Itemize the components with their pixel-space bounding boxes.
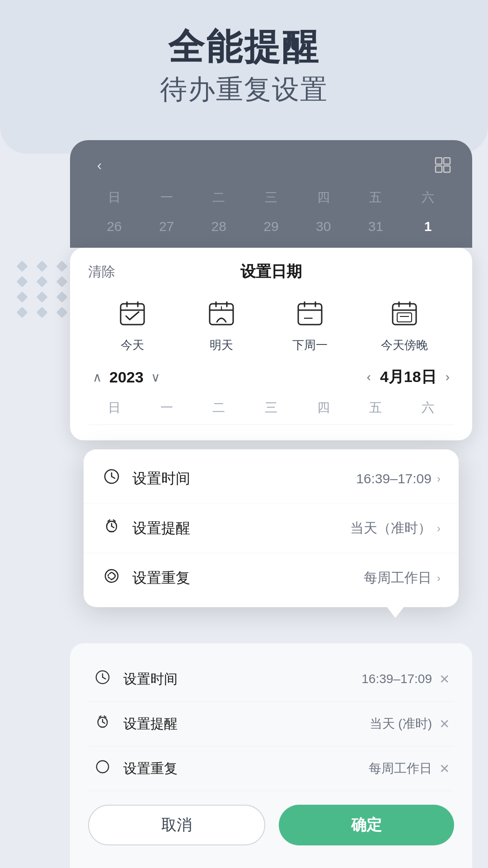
bs-time-value: 16:39–17:09 bbox=[361, 672, 432, 686]
today-label: 今天 bbox=[121, 337, 144, 353]
bs-repeat-label: 设置重复 bbox=[123, 760, 369, 778]
svg-rect-2 bbox=[436, 166, 442, 172]
settings-time-chevron: › bbox=[437, 472, 441, 485]
quick-today[interactable]: 今天 bbox=[114, 296, 150, 353]
svg-line-38 bbox=[103, 722, 105, 723]
month-next-arrow[interactable]: › bbox=[446, 370, 450, 384]
quick-next-monday[interactable]: 一 下周一 bbox=[292, 296, 328, 353]
pw-sun: 日 bbox=[88, 396, 141, 419]
header-section: 全能提醒 待办重复设置 bbox=[0, 27, 488, 108]
quick-tonight[interactable]: 今天傍晚 bbox=[381, 296, 428, 353]
bs-repeat-value: 每周工作日 bbox=[369, 760, 432, 777]
date-29[interactable]: 29 bbox=[245, 214, 297, 239]
calendar-nav-row: ‹ bbox=[88, 154, 454, 176]
svg-line-27 bbox=[113, 520, 115, 521]
pw-mon: 一 bbox=[141, 396, 193, 419]
date-26[interactable]: 26 bbox=[88, 214, 141, 239]
year-down-arrow[interactable]: ∨ bbox=[151, 370, 160, 385]
date-30[interactable]: 30 bbox=[297, 214, 350, 239]
pw-tue: 二 bbox=[192, 396, 245, 419]
bs-reminder-row[interactable]: 设置提醒 当天 (准时) ✕ bbox=[88, 702, 454, 746]
alarm-icon bbox=[102, 518, 122, 538]
pw-wed: 三 bbox=[245, 396, 297, 419]
weekday-tue: 二 bbox=[192, 185, 245, 210]
tonight-label: 今天傍晚 bbox=[381, 337, 428, 353]
bs-time-row[interactable]: 设置时间 16:39–17:09 ✕ bbox=[88, 657, 454, 702]
picker-header: 清除 设置日期 bbox=[88, 261, 454, 282]
calendar-weekdays: 日 一 二 三 四 五 六 bbox=[88, 185, 454, 210]
action-buttons: 取消 确定 bbox=[88, 805, 454, 845]
date-1[interactable]: 1 bbox=[402, 214, 454, 239]
svg-rect-3 bbox=[444, 166, 450, 172]
next-monday-icon: 一 bbox=[292, 296, 328, 332]
weekday-sat: 六 bbox=[402, 185, 454, 210]
quick-tomorrow[interactable]: 明天 bbox=[203, 296, 239, 353]
svg-text:一: 一 bbox=[304, 314, 313, 324]
clock-icon bbox=[102, 468, 122, 489]
bs-reminder-close[interactable]: ✕ bbox=[439, 717, 450, 731]
sub-title: 待办重复设置 bbox=[0, 71, 488, 108]
pw-thu: 四 bbox=[297, 396, 350, 419]
back-button[interactable]: ‹ bbox=[88, 154, 111, 176]
clear-button[interactable]: 清除 bbox=[88, 263, 115, 281]
weekday-thu: 四 bbox=[297, 185, 350, 210]
svg-line-35 bbox=[99, 716, 101, 717]
bs-clock-icon bbox=[93, 670, 113, 689]
month-prev-arrow[interactable]: ‹ bbox=[367, 370, 371, 384]
svg-rect-0 bbox=[436, 158, 442, 164]
repeat-icon bbox=[102, 568, 122, 588]
month-text: 4月18日 bbox=[380, 367, 436, 387]
settings-reminder-label: 设置提醒 bbox=[132, 519, 350, 538]
weekday-sun: 日 bbox=[88, 185, 141, 210]
svg-line-25 bbox=[112, 476, 115, 478]
picker-title: 设置日期 bbox=[240, 261, 302, 282]
date-28[interactable]: 28 bbox=[192, 214, 245, 239]
cancel-button[interactable]: 取消 bbox=[88, 805, 265, 845]
bs-repeat-icon bbox=[93, 759, 113, 778]
bs-time-label: 设置时间 bbox=[123, 670, 361, 689]
date-31[interactable]: 31 bbox=[350, 214, 402, 239]
settings-repeat-label: 设置重复 bbox=[132, 568, 364, 588]
bs-reminder-label: 设置提醒 bbox=[123, 715, 370, 733]
settings-time-value: 16:39–17:09 bbox=[356, 471, 432, 486]
bs-reminder-value: 当天 (准时) bbox=[370, 715, 432, 732]
bs-time-close[interactable]: ✕ bbox=[439, 672, 450, 687]
settings-reminder-chevron: › bbox=[437, 522, 441, 535]
settings-reminder-value: 当天（准时） bbox=[350, 519, 432, 538]
bottom-sheet: 设置时间 16:39–17:09 ✕ 设置提醒 当天 (准 bbox=[70, 643, 472, 868]
year-text: 2023 bbox=[109, 368, 144, 386]
date-27[interactable]: 27 bbox=[141, 214, 193, 239]
today-icon bbox=[114, 296, 150, 332]
main-title: 全能提醒 bbox=[0, 27, 488, 67]
confirm-button[interactable]: 确定 bbox=[279, 805, 454, 845]
bs-repeat-row[interactable]: 设置重复 每周工作日 ✕ bbox=[88, 746, 454, 791]
calendar-dates: 26 27 28 29 30 31 1 bbox=[88, 214, 454, 239]
settings-repeat-row[interactable]: 设置重复 每周工作日 › bbox=[84, 553, 459, 603]
svg-rect-1 bbox=[444, 158, 450, 164]
calendar-panel: ‹ 日 一 二 三 四 五 六 26 27 28 29 30 bbox=[70, 140, 472, 248]
weekday-fri: 五 bbox=[350, 185, 402, 210]
svg-line-26 bbox=[108, 520, 110, 521]
expand-button[interactable] bbox=[432, 154, 454, 176]
svg-point-40 bbox=[97, 761, 108, 773]
pw-fri: 五 bbox=[350, 396, 402, 419]
weekday-wed: 三 bbox=[245, 185, 297, 210]
settings-repeat-value: 每周工作日 bbox=[364, 569, 432, 587]
tomorrow-icon bbox=[203, 296, 239, 332]
settings-time-label: 设置时间 bbox=[132, 469, 356, 489]
next-monday-label: 下周一 bbox=[292, 337, 328, 353]
settings-time-row[interactable]: 设置时间 16:39–17:09 › bbox=[84, 454, 459, 504]
year-nav: ∧ 2023 ∨ bbox=[93, 368, 160, 386]
year-up-arrow[interactable]: ∧ bbox=[93, 370, 102, 385]
settings-popup-card: 设置时间 16:39–17:09 › 设置提醒 当天（准时 bbox=[84, 449, 459, 607]
svg-line-36 bbox=[104, 716, 106, 717]
bs-alarm-icon bbox=[93, 714, 113, 733]
bs-repeat-close[interactable]: ✕ bbox=[439, 761, 450, 776]
settings-reminder-row[interactable]: 设置提醒 当天（准时） › bbox=[84, 504, 459, 553]
weekday-mon: 一 bbox=[141, 185, 193, 210]
tomorrow-label: 明天 bbox=[210, 337, 233, 353]
month-nav: ‹ 4月18日 › bbox=[367, 367, 450, 387]
tonight-icon bbox=[386, 296, 422, 332]
year-month-nav: ∧ 2023 ∨ ‹ 4月18日 › bbox=[88, 367, 454, 387]
quick-dates: 今天 明天 bbox=[88, 296, 454, 353]
